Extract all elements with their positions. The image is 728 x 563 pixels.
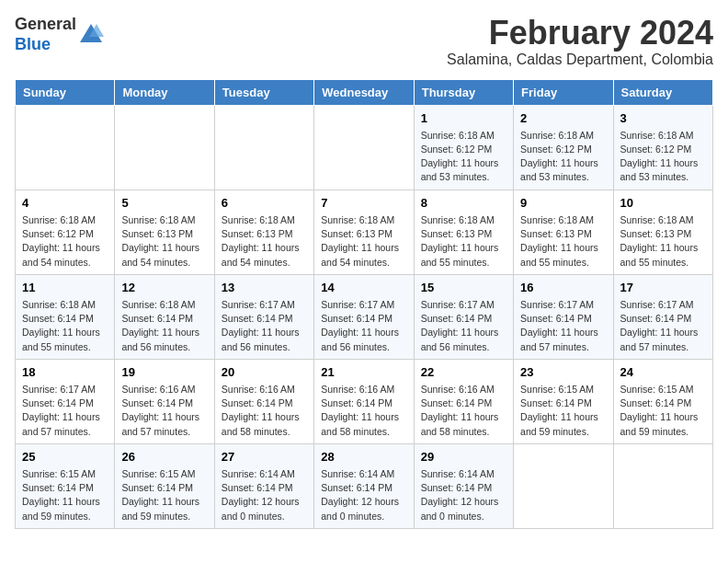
day-number: 8 <box>421 195 506 212</box>
calendar-cell: 2Sunrise: 6:18 AMSunset: 6:12 PMDaylight… <box>514 105 613 190</box>
day-number: 21 <box>321 364 406 381</box>
calendar-cell: 18Sunrise: 6:17 AMSunset: 6:14 PMDayligh… <box>16 359 115 443</box>
day-info: Sunrise: 6:14 AMSunset: 6:14 PMDaylight:… <box>222 467 307 523</box>
weekday-header-sunday: Sunday <box>16 79 115 105</box>
calendar-cell: 12Sunrise: 6:18 AMSunset: 6:14 PMDayligh… <box>115 274 214 359</box>
logo-general-text: General <box>15 15 76 33</box>
day-number: 23 <box>520 364 606 381</box>
day-number: 5 <box>121 195 207 212</box>
day-info: Sunrise: 6:16 AMSunset: 6:14 PMDaylight:… <box>222 383 307 439</box>
calendar-cell: 23Sunrise: 6:15 AMSunset: 6:14 PMDayligh… <box>514 359 613 443</box>
day-number: 4 <box>22 195 108 212</box>
calendar-table: SundayMondayTuesdayWednesdayThursdayFrid… <box>15 79 713 529</box>
calendar-week-row: 4Sunrise: 6:18 AMSunset: 6:12 PMDaylight… <box>16 190 713 274</box>
month-year-title: February 2024 <box>447 15 713 52</box>
day-info: Sunrise: 6:18 AMSunset: 6:13 PMDaylight:… <box>321 213 406 270</box>
calendar-cell: 17Sunrise: 6:17 AMSunset: 6:14 PMDayligh… <box>613 274 712 359</box>
day-info: Sunrise: 6:17 AMSunset: 6:14 PMDaylight:… <box>520 298 606 354</box>
calendar-cell: 21Sunrise: 6:16 AMSunset: 6:14 PMDayligh… <box>314 359 414 443</box>
calendar-week-row: 1Sunrise: 6:18 AMSunset: 6:12 PMDaylight… <box>16 105 713 190</box>
calendar-week-row: 25Sunrise: 6:15 AMSunset: 6:14 PMDayligh… <box>16 443 713 528</box>
day-number: 26 <box>121 449 207 465</box>
day-info: Sunrise: 6:17 AMSunset: 6:14 PMDaylight:… <box>321 298 406 354</box>
calendar-cell: 5Sunrise: 6:18 AMSunset: 6:13 PMDaylight… <box>115 190 214 274</box>
day-info: Sunrise: 6:18 AMSunset: 6:12 PMDaylight:… <box>421 129 506 185</box>
day-number: 3 <box>620 110 706 127</box>
day-info: Sunrise: 6:18 AMSunset: 6:13 PMDaylight:… <box>121 213 207 270</box>
day-number: 11 <box>22 280 108 296</box>
calendar-cell: 7Sunrise: 6:18 AMSunset: 6:13 PMDaylight… <box>314 190 414 274</box>
day-info: Sunrise: 6:16 AMSunset: 6:14 PMDaylight:… <box>421 383 506 439</box>
calendar-cell: 14Sunrise: 6:17 AMSunset: 6:14 PMDayligh… <box>314 274 414 359</box>
calendar-cell <box>16 105 115 190</box>
logo: General Blue <box>15 15 104 54</box>
calendar-cell: 3Sunrise: 6:18 AMSunset: 6:12 PMDaylight… <box>613 105 712 190</box>
calendar-cell: 8Sunrise: 6:18 AMSunset: 6:13 PMDaylight… <box>414 190 513 274</box>
day-info: Sunrise: 6:17 AMSunset: 6:14 PMDaylight:… <box>620 298 706 354</box>
day-number: 18 <box>22 364 108 381</box>
day-info: Sunrise: 6:18 AMSunset: 6:13 PMDaylight:… <box>222 213 307 270</box>
calendar-cell: 1Sunrise: 6:18 AMSunset: 6:12 PMDaylight… <box>414 105 513 190</box>
day-info: Sunrise: 6:14 AMSunset: 6:14 PMDaylight:… <box>421 467 506 523</box>
day-number: 6 <box>222 195 307 212</box>
day-number: 28 <box>321 449 406 465</box>
weekday-header-thursday: Thursday <box>414 79 513 105</box>
calendar-cell: 15Sunrise: 6:17 AMSunset: 6:14 PMDayligh… <box>414 274 513 359</box>
calendar-cell <box>115 105 214 190</box>
calendar-cell <box>214 105 313 190</box>
day-info: Sunrise: 6:15 AMSunset: 6:14 PMDaylight:… <box>620 383 706 439</box>
calendar-cell: 25Sunrise: 6:15 AMSunset: 6:14 PMDayligh… <box>16 443 115 528</box>
day-info: Sunrise: 6:14 AMSunset: 6:14 PMDaylight:… <box>321 467 406 523</box>
day-info: Sunrise: 6:18 AMSunset: 6:14 PMDaylight:… <box>22 298 108 354</box>
location-subtitle: Salamina, Caldas Department, Colombia <box>447 52 713 68</box>
day-number: 10 <box>620 195 706 212</box>
day-number: 15 <box>421 280 506 296</box>
day-number: 19 <box>121 364 207 381</box>
day-number: 25 <box>22 449 108 465</box>
calendar-cell <box>514 443 613 528</box>
weekday-header-saturday: Saturday <box>613 79 712 105</box>
calendar-cell: 10Sunrise: 6:18 AMSunset: 6:13 PMDayligh… <box>613 190 712 274</box>
calendar-cell: 28Sunrise: 6:14 AMSunset: 6:14 PMDayligh… <box>314 443 414 528</box>
day-number: 29 <box>421 449 506 465</box>
calendar-cell: 24Sunrise: 6:15 AMSunset: 6:14 PMDayligh… <box>613 359 712 443</box>
calendar-cell <box>314 105 414 190</box>
day-number: 1 <box>421 110 506 127</box>
day-number: 14 <box>321 280 406 296</box>
day-info: Sunrise: 6:15 AMSunset: 6:14 PMDaylight:… <box>520 383 606 439</box>
calendar-cell: 13Sunrise: 6:17 AMSunset: 6:14 PMDayligh… <box>214 274 313 359</box>
calendar-cell <box>613 443 712 528</box>
day-info: Sunrise: 6:18 AMSunset: 6:12 PMDaylight:… <box>520 129 606 185</box>
weekday-header-row: SundayMondayTuesdayWednesdayThursdayFrid… <box>16 79 713 105</box>
calendar-week-row: 11Sunrise: 6:18 AMSunset: 6:14 PMDayligh… <box>16 274 713 359</box>
weekday-header-wednesday: Wednesday <box>314 79 414 105</box>
calendar-week-row: 18Sunrise: 6:17 AMSunset: 6:14 PMDayligh… <box>16 359 713 443</box>
calendar-cell: 9Sunrise: 6:18 AMSunset: 6:13 PMDaylight… <box>514 190 613 274</box>
day-info: Sunrise: 6:18 AMSunset: 6:13 PMDaylight:… <box>620 213 706 270</box>
day-number: 22 <box>421 364 506 381</box>
day-info: Sunrise: 6:15 AMSunset: 6:14 PMDaylight:… <box>22 467 108 523</box>
day-number: 16 <box>520 280 606 296</box>
title-area: February 2024 Salamina, Caldas Departmen… <box>447 15 713 68</box>
day-info: Sunrise: 6:17 AMSunset: 6:14 PMDaylight:… <box>22 383 108 439</box>
day-info: Sunrise: 6:18 AMSunset: 6:14 PMDaylight:… <box>121 298 207 354</box>
logo-icon <box>78 22 104 48</box>
day-number: 9 <box>520 195 606 212</box>
day-info: Sunrise: 6:18 AMSunset: 6:12 PMDaylight:… <box>620 129 706 185</box>
calendar-cell: 4Sunrise: 6:18 AMSunset: 6:12 PMDaylight… <box>16 190 115 274</box>
calendar-cell: 6Sunrise: 6:18 AMSunset: 6:13 PMDaylight… <box>214 190 313 274</box>
day-number: 12 <box>121 280 207 296</box>
calendar-cell: 26Sunrise: 6:15 AMSunset: 6:14 PMDayligh… <box>115 443 214 528</box>
day-number: 27 <box>222 449 307 465</box>
day-number: 17 <box>620 280 706 296</box>
calendar-cell: 16Sunrise: 6:17 AMSunset: 6:14 PMDayligh… <box>514 274 613 359</box>
day-info: Sunrise: 6:16 AMSunset: 6:14 PMDaylight:… <box>121 383 207 439</box>
day-info: Sunrise: 6:15 AMSunset: 6:14 PMDaylight:… <box>121 467 207 523</box>
day-number: 13 <box>222 280 307 296</box>
day-info: Sunrise: 6:17 AMSunset: 6:14 PMDaylight:… <box>421 298 506 354</box>
calendar-cell: 20Sunrise: 6:16 AMSunset: 6:14 PMDayligh… <box>214 359 313 443</box>
day-info: Sunrise: 6:18 AMSunset: 6:12 PMDaylight:… <box>22 213 108 270</box>
logo-blue-text: Blue <box>15 35 51 53</box>
calendar-cell: 11Sunrise: 6:18 AMSunset: 6:14 PMDayligh… <box>16 274 115 359</box>
day-number: 24 <box>620 364 706 381</box>
